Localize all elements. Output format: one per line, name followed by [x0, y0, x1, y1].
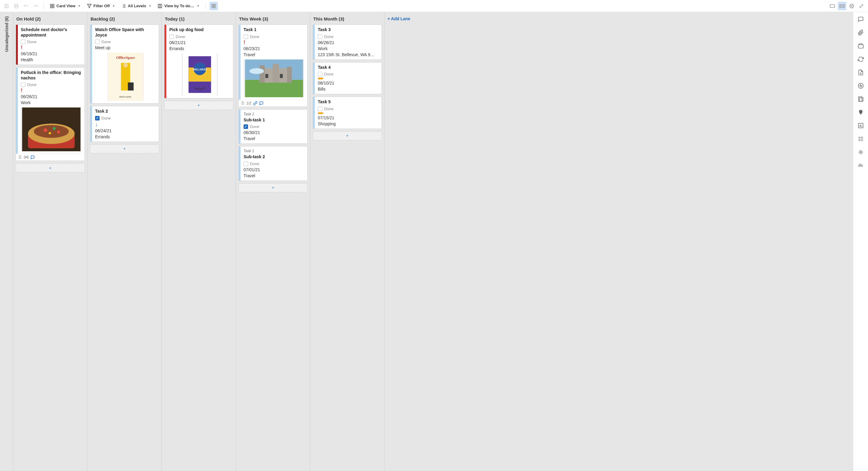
card[interactable]: Task 5Done07/15/21Shopping	[313, 97, 382, 129]
add-card-button[interactable]: +	[239, 183, 308, 192]
svg-point-37	[123, 63, 128, 67]
done-row[interactable]: Done	[244, 34, 304, 39]
done-checkbox[interactable]	[244, 161, 248, 166]
done-row[interactable]: Done	[169, 34, 230, 39]
compact-view-icon[interactable]	[210, 2, 218, 10]
svg-line-25	[860, 6, 861, 8]
done-row[interactable]: Done	[244, 161, 304, 166]
card-image	[21, 108, 82, 151]
card-view-button[interactable]: Card View ▼	[48, 2, 83, 10]
svg-point-29	[34, 125, 69, 138]
done-label: Done	[250, 124, 259, 129]
done-row[interactable]: Done	[318, 107, 378, 111]
card-category: Errands	[95, 135, 156, 139]
card-title: Task 2	[95, 109, 156, 114]
done-checkbox[interactable]	[318, 34, 322, 39]
card[interactable]: Task 2Done↓06/24/21Errands	[90, 106, 159, 142]
layout-single-icon[interactable]	[828, 2, 837, 10]
lane-header[interactable]: Today (1)	[162, 12, 236, 25]
svg-text:WELLNESS: WELLNESS	[192, 68, 207, 71]
card[interactable]: Schedule next doctor's appointmentDone!0…	[16, 25, 85, 65]
row-group-rail[interactable]: Uncategorized (6)	[0, 12, 13, 471]
toolbar: Card View ▼ Filter Off ▼ All Levels ▼ Vi…	[0, 0, 868, 12]
card-date: 06/24/21	[95, 128, 156, 133]
settings-icon[interactable]	[847, 2, 856, 10]
comments-icon[interactable]	[858, 16, 864, 22]
add-card-button[interactable]: +	[164, 101, 233, 110]
done-checkbox[interactable]	[95, 116, 100, 120]
lane-header[interactable]: Backlog (2)	[88, 12, 161, 25]
svg-rect-12	[158, 4, 162, 8]
lane-header[interactable]: This Month (3)	[310, 12, 384, 25]
done-row[interactable]: Done	[21, 82, 82, 87]
done-row[interactable]: Done	[21, 39, 82, 44]
done-checkbox[interactable]	[244, 124, 248, 129]
card-title: Schedule next doctor's appointment	[21, 27, 82, 38]
diamond-icon[interactable]	[858, 149, 864, 155]
done-checkbox[interactable]	[244, 34, 248, 39]
summary-icon[interactable]	[858, 96, 864, 102]
card[interactable]: Task 1Sub-task 2Done07/01/21Travel	[239, 146, 308, 181]
add-card-button[interactable]: +	[90, 144, 159, 153]
done-row[interactable]: Done	[95, 39, 156, 44]
card[interactable]: Watch Office Space with JoyceDoneMeet up…	[90, 25, 159, 104]
upload-file-icon[interactable]	[858, 69, 864, 76]
done-label: Done	[324, 72, 334, 77]
card[interactable]: Task 4Done08/10/21Bills	[313, 62, 382, 94]
done-checkbox[interactable]	[318, 72, 322, 77]
done-row[interactable]: Done	[318, 72, 378, 77]
add-lane-button[interactable]: Add Lane	[384, 12, 459, 25]
card[interactable]: Potluck in the office: Bringing nachosDo…	[16, 67, 85, 161]
refresh-icon[interactable]	[858, 56, 864, 62]
done-checkbox[interactable]	[169, 34, 174, 39]
done-checkbox[interactable]	[95, 39, 100, 44]
attachments-icon[interactable]	[858, 30, 864, 36]
svg-rect-1	[51, 4, 52, 6]
card[interactable]: Task 3Done06/26/21Work123 15th St. Belle…	[313, 25, 382, 60]
done-label: Done	[250, 34, 259, 39]
card[interactable]: Task 1Done!06/23/21Travel☰1/2	[239, 25, 308, 107]
card-date: 06/19/21	[21, 51, 82, 56]
lane-header[interactable]: On Hold (2)	[13, 12, 87, 25]
done-checkbox[interactable]	[21, 82, 25, 87]
chevron-down-icon: ▼	[196, 4, 199, 7]
done-checkbox[interactable]	[21, 39, 25, 44]
columns-icon	[158, 4, 162, 8]
layout-split-icon[interactable]	[838, 2, 846, 10]
done-row[interactable]: Done	[95, 116, 156, 120]
card-date: 06/21/21	[169, 40, 230, 45]
done-row[interactable]: Done	[318, 34, 378, 39]
card-category: Travel	[244, 136, 304, 141]
collapse-icon[interactable]	[857, 2, 866, 10]
lane-body: Pick up dog foodDone06/21/21ErrandsWELLN…	[162, 25, 236, 113]
chart-icon[interactable]	[858, 123, 864, 128]
activity-icon[interactable]	[858, 83, 864, 89]
svg-rect-3	[51, 6, 52, 8]
done-checkbox[interactable]	[318, 107, 322, 111]
kanban-board: On Hold (2)Schedule next doctor's appoin…	[13, 12, 853, 471]
card-date: 06/26/21	[318, 40, 378, 45]
add-card-button[interactable]: +	[16, 163, 85, 172]
card[interactable]: Task 1Sub-task 1Done06/30/21Travel	[239, 109, 308, 144]
card-date: 07/15/21	[318, 115, 378, 120]
priority-pill-icon	[318, 78, 323, 80]
add-card-button[interactable]: +	[313, 131, 382, 140]
filter-button[interactable]: Filter Off ▼	[85, 2, 118, 10]
svg-rect-38	[128, 82, 133, 91]
done-row[interactable]: Done	[244, 124, 304, 129]
done-label: Done	[27, 82, 36, 87]
redo-icon	[31, 2, 40, 10]
cloud-icon[interactable]	[858, 163, 864, 167]
idea-icon[interactable]	[858, 109, 864, 115]
card-view-icon	[50, 4, 55, 8]
viewby-button[interactable]: View by To do… ▼	[155, 2, 202, 10]
card[interactable]: Pick up dog foodDone06/21/21ErrandsWELLN…	[164, 25, 233, 98]
card-category: Travel	[244, 173, 304, 178]
proofs-icon[interactable]	[858, 43, 864, 49]
svg-point-51	[249, 68, 264, 74]
apps-icon[interactable]	[858, 136, 864, 142]
card-date: 06/30/21	[244, 130, 304, 135]
card-image	[244, 59, 304, 97]
levels-button[interactable]: All Levels ▼	[119, 2, 154, 10]
lane-header[interactable]: This Week (3)	[236, 12, 310, 25]
